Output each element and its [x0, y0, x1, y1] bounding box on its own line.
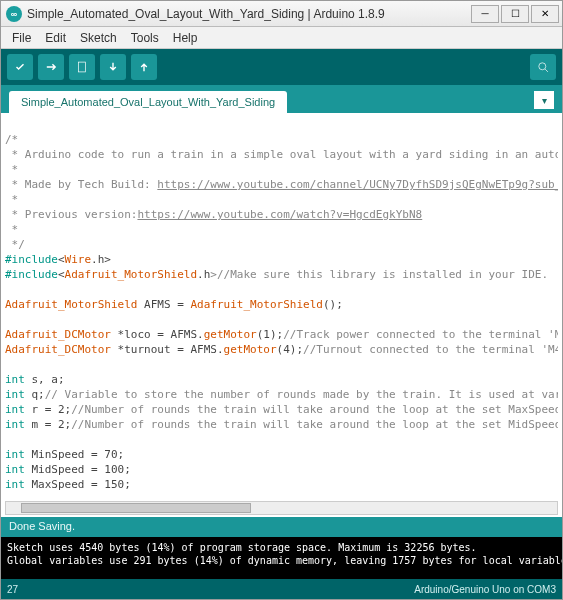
arduino-icon: ∞ [6, 6, 22, 22]
menu-edit[interactable]: Edit [38, 29, 73, 47]
new-button[interactable] [69, 54, 95, 80]
horizontal-scrollbar[interactable] [5, 501, 558, 515]
code-content[interactable]: /* * Arduino code to run a train in a si… [5, 117, 558, 499]
sketch-tab[interactable]: Simple_Automated_Oval_Layout_With_Yard_S… [9, 91, 287, 113]
verify-button[interactable] [7, 54, 33, 80]
serial-monitor-button[interactable] [530, 54, 556, 80]
menu-sketch[interactable]: Sketch [73, 29, 124, 47]
tab-menu-button[interactable]: ▾ [534, 91, 554, 109]
menu-file[interactable]: File [5, 29, 38, 47]
menubar: File Edit Sketch Tools Help [1, 27, 562, 49]
menu-help[interactable]: Help [166, 29, 205, 47]
status-bar: Done Saving. [1, 517, 562, 537]
scrollbar-thumb[interactable] [21, 503, 251, 513]
board-info: Arduino/Genuino Uno on COM3 [414, 584, 556, 595]
maximize-button[interactable]: ☐ [501, 5, 529, 23]
footer-bar: 27 Arduino/Genuino Uno on COM3 [1, 579, 562, 599]
svg-point-1 [539, 63, 546, 70]
line-number: 27 [7, 584, 18, 595]
code-editor[interactable]: /* * Arduino code to run a train in a si… [1, 113, 562, 517]
tabbar: Simple_Automated_Oval_Layout_With_Yard_S… [1, 85, 562, 113]
upload-button[interactable] [38, 54, 64, 80]
output-console[interactable]: Sketch uses 4540 bytes (14%) of program … [1, 537, 562, 579]
toolbar [1, 49, 562, 85]
titlebar[interactable]: ∞ Simple_Automated_Oval_Layout_With_Yard… [1, 1, 562, 27]
save-button[interactable] [131, 54, 157, 80]
open-button[interactable] [100, 54, 126, 80]
window-title: Simple_Automated_Oval_Layout_With_Yard_S… [27, 7, 471, 21]
close-button[interactable]: ✕ [531, 5, 559, 23]
minimize-button[interactable]: ─ [471, 5, 499, 23]
arduino-ide-window: ∞ Simple_Automated_Oval_Layout_With_Yard… [0, 0, 563, 600]
menu-tools[interactable]: Tools [124, 29, 166, 47]
svg-rect-0 [79, 62, 86, 72]
